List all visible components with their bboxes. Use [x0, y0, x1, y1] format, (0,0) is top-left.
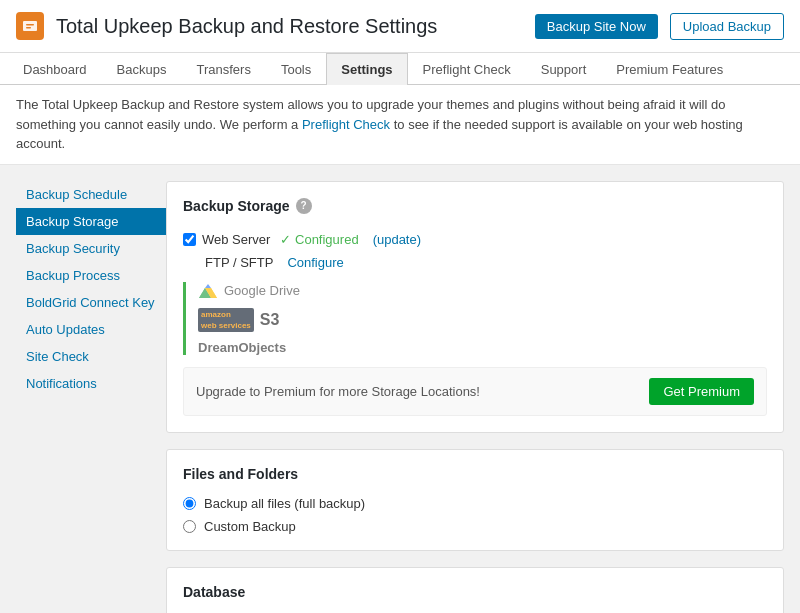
sidebar-item-site-check[interactable]: Site Check	[16, 343, 166, 370]
dreamobjects-item: DreamObjects	[198, 340, 767, 355]
ftp-checkbox-label[interactable]: FTP / SFTP	[183, 255, 273, 270]
database-card: Database Backup all tables (full backup)…	[166, 567, 784, 613]
amazon-s3-item: amazonweb services S3	[198, 308, 767, 332]
page-header: Total Upkeep Backup and Restore Settings…	[0, 0, 800, 53]
web-server-checkbox[interactable]	[183, 233, 196, 246]
backup-storage-card: Backup Storage ? Web Server ✓ Configured…	[166, 181, 784, 433]
sidebar-item-notifications[interactable]: Notifications	[16, 370, 166, 397]
description-bar: The Total Upkeep Backup and Restore syst…	[0, 85, 800, 165]
files-full-backup-label[interactable]: Backup all files (full backup)	[183, 496, 767, 511]
upgrade-bar: Upgrade to Premium for more Storage Loca…	[183, 367, 767, 416]
upgrade-text: Upgrade to Premium for more Storage Loca…	[196, 384, 480, 399]
premium-storage: Google Drive amazonweb services S3 Dream…	[183, 282, 767, 355]
files-folders-title: Files and Folders	[183, 466, 767, 482]
files-custom-backup-radio[interactable]	[183, 520, 196, 533]
web-server-row: Web Server ✓ Configured (update)	[183, 228, 767, 251]
sidebar-item-backup-storage[interactable]: Backup Storage	[16, 208, 166, 235]
get-premium-button[interactable]: Get Premium	[649, 378, 754, 405]
tab-dashboard[interactable]: Dashboard	[8, 53, 102, 85]
amazon-badge: amazonweb services	[198, 308, 254, 332]
web-server-checkbox-label[interactable]: Web Server	[183, 232, 270, 247]
tab-transfers[interactable]: Transfers	[181, 53, 265, 85]
tab-backups[interactable]: Backups	[102, 53, 182, 85]
web-server-status: ✓ Configured	[280, 232, 358, 247]
content-area: Backup Storage ? Web Server ✓ Configured…	[166, 181, 784, 614]
sidebar-item-backup-process[interactable]: Backup Process	[16, 262, 166, 289]
gdrive-icon	[198, 282, 218, 300]
google-drive-item: Google Drive	[198, 282, 767, 300]
upload-backup-button[interactable]: Upload Backup	[670, 13, 784, 40]
amazon-s3-label: S3	[260, 311, 280, 329]
svg-marker-8	[205, 284, 211, 288]
gdrive-label: Google Drive	[224, 283, 300, 298]
files-custom-backup-label[interactable]: Custom Backup	[183, 519, 767, 534]
help-icon[interactable]: ?	[296, 198, 312, 214]
backup-site-now-button[interactable]: Backup Site Now	[535, 14, 658, 39]
tab-support[interactable]: Support	[526, 53, 602, 85]
svg-rect-1	[26, 24, 34, 26]
files-folders-card: Files and Folders Backup all files (full…	[166, 449, 784, 551]
nav-tabs: Dashboard Backups Transfers Tools Settin…	[0, 53, 800, 85]
ftp-label: FTP / SFTP	[205, 255, 273, 270]
plugin-icon	[16, 12, 44, 40]
sidebar: Backup Schedule Backup Storage Backup Se…	[16, 181, 166, 614]
files-full-backup-radio[interactable]	[183, 497, 196, 510]
web-server-update-link[interactable]: (update)	[373, 232, 421, 247]
files-folders-options: Backup all files (full backup) Custom Ba…	[183, 496, 767, 534]
tab-tools[interactable]: Tools	[266, 53, 326, 85]
web-server-label: Web Server	[202, 232, 270, 247]
tab-premium[interactable]: Premium Features	[601, 53, 738, 85]
files-full-backup-text: Backup all files (full backup)	[204, 496, 365, 511]
tab-settings[interactable]: Settings	[326, 53, 407, 85]
main-layout: Backup Schedule Backup Storage Backup Se…	[0, 165, 800, 614]
sidebar-item-backup-schedule[interactable]: Backup Schedule	[16, 181, 166, 208]
backup-storage-title: Backup Storage ?	[183, 198, 767, 214]
sidebar-item-boldgrid-connect[interactable]: BoldGrid Connect Key	[16, 289, 166, 316]
svg-rect-0	[23, 21, 37, 31]
svg-rect-2	[26, 27, 31, 29]
tab-preflight[interactable]: Preflight Check	[408, 53, 526, 85]
dreamobjects-label: DreamObjects	[198, 340, 286, 355]
files-custom-backup-text: Custom Backup	[204, 519, 296, 534]
sidebar-item-auto-updates[interactable]: Auto Updates	[16, 316, 166, 343]
ftp-row: FTP / SFTP Configure	[183, 251, 767, 274]
page-title: Total Upkeep Backup and Restore Settings	[56, 15, 523, 38]
preflight-check-link[interactable]: Preflight Check	[302, 117, 390, 132]
database-title: Database	[183, 584, 767, 600]
ftp-configure-link[interactable]: Configure	[287, 255, 343, 270]
sidebar-item-backup-security[interactable]: Backup Security	[16, 235, 166, 262]
